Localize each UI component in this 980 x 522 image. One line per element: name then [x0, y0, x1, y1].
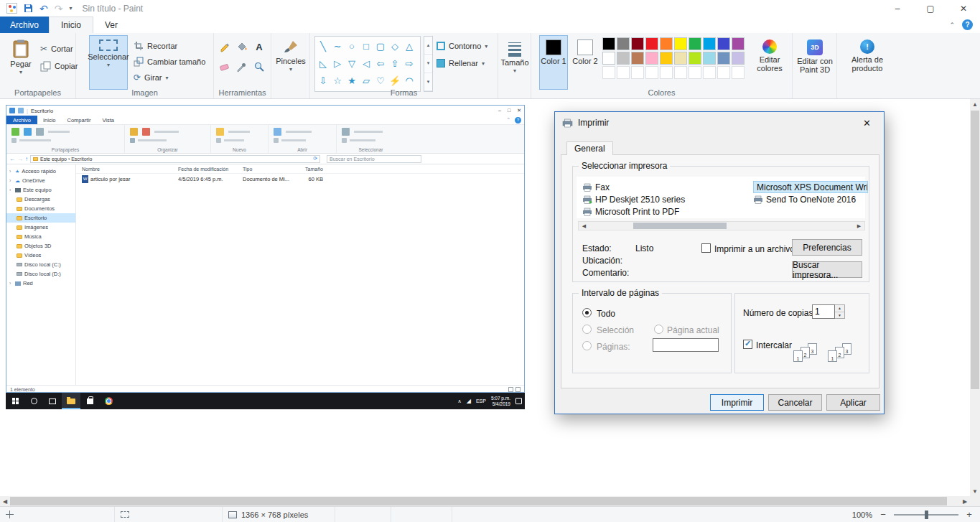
shape-option[interactable]: ◇	[388, 37, 402, 55]
range-selection-radio[interactable]	[582, 325, 592, 334]
paste-button[interactable]: Pegar ▾	[5, 35, 37, 90]
edit-colors-button[interactable]: Editar colores	[749, 35, 790, 90]
vertical-scroll-thumb[interactable]	[971, 111, 979, 389]
magnifier-tool[interactable]	[251, 59, 267, 75]
cancel-button[interactable]: Cancelar	[768, 394, 822, 411]
scroll-left-icon[interactable]: ◀	[0, 496, 10, 506]
shape-option[interactable]: ⇧	[388, 55, 402, 72]
brushes-button[interactable]: Pinceles ▾	[274, 35, 307, 90]
palette-swatch-empty[interactable]	[645, 66, 658, 79]
collate-checkbox[interactable]	[743, 340, 752, 349]
range-current-radio[interactable]	[654, 325, 663, 334]
close-button[interactable]: ✕	[947, 0, 980, 17]
shape-option[interactable]: ◁	[359, 55, 373, 72]
palette-swatch-empty[interactable]	[660, 66, 673, 79]
help-icon[interactable]: ?	[962, 19, 973, 30]
eraser-tool[interactable]	[217, 59, 233, 75]
copies-input[interactable]	[812, 304, 835, 319]
palette-swatch[interactable]	[732, 52, 745, 65]
minimize-button[interactable]: –	[881, 0, 914, 17]
palette-swatch[interactable]	[617, 52, 630, 65]
printer-list-scrollbar[interactable]: ◀ ▶	[578, 221, 865, 230]
tab-general[interactable]: General	[566, 141, 613, 155]
tab-ver[interactable]: Ver	[93, 17, 129, 33]
printer-item-pdf[interactable]: Microsoft Print to PDF	[582, 205, 726, 218]
shape-option[interactable]: ⇨	[402, 55, 416, 72]
palette-swatch[interactable]	[631, 52, 644, 65]
scroll-right-icon[interactable]: ▶	[960, 496, 970, 506]
palette-swatch[interactable]	[689, 52, 701, 65]
spinner-up-icon[interactable]: ▲	[835, 305, 844, 312]
fill-shape-button[interactable]: Rellenar ▾	[437, 56, 485, 70]
zoom-slider-thumb[interactable]	[925, 511, 928, 519]
palette-swatch[interactable]	[602, 52, 615, 65]
scroll-thumb[interactable]	[633, 223, 727, 229]
palette-swatch-empty[interactable]	[717, 66, 730, 79]
shape-option[interactable]: ▽	[345, 55, 359, 72]
palette-swatch[interactable]	[631, 37, 644, 50]
palette-swatch[interactable]	[674, 37, 687, 50]
palette-swatch[interactable]	[602, 37, 615, 50]
palette-swatch[interactable]	[717, 37, 730, 50]
cut-button[interactable]: ✂ Cortar	[40, 42, 73, 56]
copy-button[interactable]: Copiar	[40, 59, 78, 73]
printer-item-fax[interactable]: Fax	[582, 181, 711, 193]
customize-toolbar-caret-icon[interactable]: ▾	[69, 5, 72, 11]
zoom-out-button[interactable]: −	[878, 509, 888, 520]
color1-button[interactable]: Color 1	[539, 35, 568, 90]
palette-swatch-empty[interactable]	[732, 66, 745, 79]
shape-option[interactable]: ◺	[316, 55, 330, 72]
palette-swatch[interactable]	[717, 52, 730, 65]
palette-swatch[interactable]	[660, 52, 673, 65]
palette-swatch-empty[interactable]	[631, 66, 644, 79]
pencil-tool[interactable]	[217, 39, 233, 55]
resize-button[interactable]: Cambiar tamaño	[134, 55, 205, 69]
outline-button[interactable]: Contorno ▾	[437, 39, 487, 53]
printer-item-onenote[interactable]: Send To OneNote 2016	[753, 193, 868, 205]
shape-option[interactable]: ★	[345, 72, 359, 89]
palette-swatch-empty[interactable]	[617, 66, 630, 79]
palette-swatch[interactable]	[689, 37, 701, 50]
shape-option[interactable]: ◠	[402, 72, 416, 89]
shape-option[interactable]: ▷	[330, 55, 345, 72]
maximize-button[interactable]: ▢	[914, 0, 947, 17]
size-button[interactable]: Tamaño ▾	[500, 35, 530, 90]
palette-swatch[interactable]	[617, 37, 630, 50]
shape-option[interactable]: ⇩	[316, 72, 330, 89]
shape-option[interactable]: □	[359, 37, 373, 55]
fill-tool[interactable]	[234, 39, 250, 55]
shape-option[interactable]: △	[402, 37, 416, 55]
scroll-down-icon[interactable]: ▼	[970, 486, 980, 496]
printer-item-hp[interactable]: HP Deskjet 2510 series	[582, 193, 726, 205]
scroll-left-icon[interactable]: ◀	[579, 222, 589, 230]
preferences-button[interactable]: Preferencias	[792, 239, 862, 256]
product-alert-button[interactable]: ! Alerta de producto	[844, 35, 891, 93]
palette-swatch-empty[interactable]	[602, 66, 615, 79]
tab-inicio[interactable]: Inicio	[49, 17, 93, 33]
save-icon[interactable]	[24, 4, 33, 13]
shape-option[interactable]: ⚡	[388, 72, 402, 89]
shape-option[interactable]: ▢	[373, 37, 388, 55]
palette-swatch[interactable]	[703, 37, 716, 50]
apply-button[interactable]: Aplicar	[826, 394, 880, 411]
paint3d-button[interactable]: 3D Editar con Paint 3D	[795, 35, 835, 93]
horizontal-scrollbar[interactable]: ◀ ▶	[0, 496, 970, 506]
printer-item-xps[interactable]: Microsoft XPS Document Writer	[753, 181, 868, 193]
shape-option[interactable]: ∼	[330, 37, 345, 55]
palette-swatch[interactable]	[732, 37, 745, 50]
range-all-radio[interactable]	[582, 308, 592, 317]
scroll-up-icon[interactable]: ▴	[424, 37, 432, 55]
find-printer-button[interactable]: Buscar impresora...	[792, 261, 862, 278]
collapse-ribbon-icon[interactable]: ⌃	[949, 22, 955, 29]
rotate-button[interactable]: ⟳ Girar ▾	[134, 70, 169, 85]
crop-button[interactable]: Recortar	[134, 39, 177, 53]
scroll-down-icon[interactable]: ▾	[424, 55, 432, 73]
shape-option[interactable]: ○	[345, 37, 359, 55]
spinner-down-icon[interactable]: ▼	[835, 312, 844, 319]
horizontal-scroll-thumb[interactable]	[10, 497, 947, 505]
shape-option[interactable]: ▱	[359, 72, 373, 89]
palette-swatch[interactable]	[645, 52, 658, 65]
color2-button[interactable]: Color 2	[571, 35, 599, 90]
scroll-up-icon[interactable]: ▲	[970, 99, 980, 109]
tab-archivo[interactable]: Archivo	[0, 17, 49, 33]
